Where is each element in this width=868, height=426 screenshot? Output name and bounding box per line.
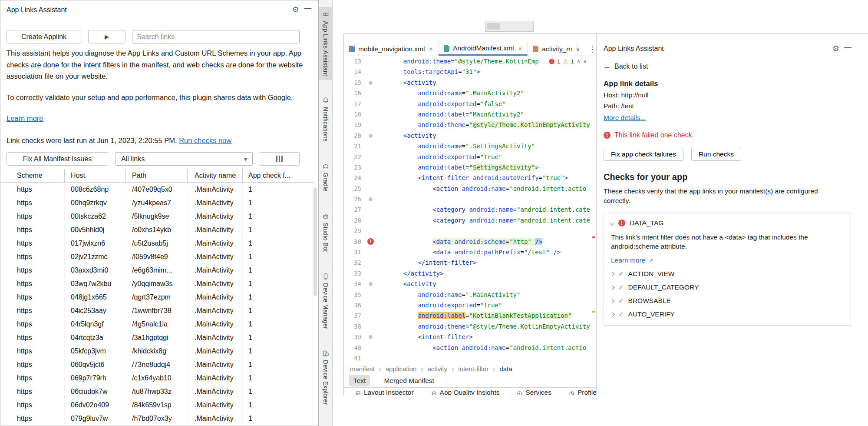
run-checks-now-link[interactable]: Run checks now <box>179 136 231 144</box>
fix-all-manifest-issues-button[interactable]: Fix All Manifest Issues <box>7 152 108 166</box>
column-settings-button[interactable] <box>259 152 300 166</box>
code-line[interactable]: 29 <box>344 226 596 236</box>
code-line[interactable]: 31 <data android:pathPrefix="/test" /> <box>344 247 596 257</box>
code-line[interactable]: 28 <category android:name="android.inten… <box>344 215 596 226</box>
code-line[interactable]: 18 android:label="MainActivity2" <box>344 109 596 120</box>
links-filter-dropdown[interactable]: All links ▾ <box>116 152 253 166</box>
code-line[interactable]: 20 <activity <box>344 130 596 141</box>
search-input[interactable] <box>132 30 300 43</box>
code-line[interactable]: 27 <category android:name="android.inten… <box>344 204 596 215</box>
code-line[interactable]: 35 android:name=".MainActivity" <box>344 290 596 300</box>
code-line[interactable]: 40 <action android:name="android.intent.… <box>344 343 596 353</box>
table-row[interactable]: https04ic253aay/1wwnfbr738.MainActivity1 <box>0 304 314 317</box>
passed-check-row[interactable]: ✓AUTO_VERIFY <box>611 310 844 318</box>
error-stripe[interactable] <box>592 56 596 364</box>
warning-stripe-mark[interactable] <box>592 311 595 313</box>
table-row[interactable]: https04rtcqtz3a/3a1hgptqgi.MainActivity1 <box>0 331 314 344</box>
code-line[interactable]: 22 android:exported="true" <box>344 152 596 162</box>
tool-tab-device-explorer[interactable]: Device Explorer <box>319 346 332 409</box>
table-row[interactable]: https03axxd3mi0/e6g63mim....MainActivity… <box>0 263 314 277</box>
tool-tab-studio-bot[interactable]: Studio Bot <box>319 209 332 256</box>
code-line[interactable]: 24 <intent-filter android:autoVerify="tr… <box>344 173 596 183</box>
code-line[interactable]: 15 <activity <box>344 77 596 88</box>
back-to-list-link[interactable]: ← Back to list <box>604 62 648 71</box>
code-line[interactable]: 19 android:theme="@style/Theme.KotlinEmp… <box>344 120 596 130</box>
table-row[interactable]: https060qv5jct6/73ne8udqj4.MainActivity1 <box>0 358 314 371</box>
breadcrumb-item[interactable]: data <box>499 365 512 373</box>
breadcrumb-item[interactable]: manifest <box>350 365 375 373</box>
code-line[interactable]: 16 android:name=".MainActivity2" <box>344 88 596 98</box>
code-line[interactable]: 41 <box>344 353 596 363</box>
tab-activity-layout-xml[interactable]: activity_m <box>528 42 578 56</box>
tab-mobile-navigation-xml[interactable]: mobile_navigation.xml × <box>344 42 439 56</box>
run-checks-button[interactable]: Run checks <box>691 148 741 161</box>
code-line[interactable]: 33 </activity> <box>344 268 596 279</box>
column-header[interactable]: Activity name <box>188 169 243 182</box>
code-line[interactable]: 23 android:label="SettingsActivity"> <box>344 162 596 173</box>
table-row[interactable]: https008c6z68np/407e09q5x0.MainActivity1 <box>0 183 314 196</box>
breadcrumb-item[interactable]: application <box>386 365 417 373</box>
table-row[interactable]: https00tskcza62/5lknugk9se.MainActivity1 <box>0 210 314 223</box>
table-row[interactable]: https06dv02o409/84k659v1sp.MainActivity1 <box>0 398 314 412</box>
column-header[interactable]: Scheme <box>0 169 65 182</box>
editor-options-kebab-icon[interactable]: ⋮ <box>589 42 596 56</box>
learn-more-link[interactable]: Learn more <box>611 256 645 264</box>
tool-tab-gradle[interactable]: Gradle <box>319 159 332 196</box>
table-row[interactable]: https079g9luv7w/h7bd07ox3y.MainActivity1 <box>0 412 314 425</box>
breadcrumb-item[interactable]: intent-filter <box>458 365 488 373</box>
code-line[interactable]: 32 </intent-filter> <box>344 257 596 268</box>
hidden-tabs-chevron-icon[interactable]: ∨ <box>576 42 580 56</box>
code-line[interactable]: 38 android:theme="@style/Theme.KotlinEmp… <box>344 321 596 332</box>
table-row[interactable]: https069p7r79rh/c1x64yab10.MainActivity1 <box>0 371 314 385</box>
table-row[interactable]: https02jv21zzmc/l059v8t4e9.MainActivity1 <box>0 250 314 263</box>
table-row[interactable]: https00hq9zrkqv/yzu4kpeas7.MainActivity1 <box>0 196 314 210</box>
passed-check-row[interactable]: ✓DEFAULT_CATEGORY <box>611 283 844 291</box>
more-details-link[interactable]: More details... <box>604 114 850 122</box>
table-row[interactable]: https04r5lqn3gf/4g5nalc1la.MainActivity1 <box>0 317 314 331</box>
code-line[interactable]: 25 <action android:name="android.intent.… <box>344 183 596 194</box>
tool-tab-device-manager[interactable]: Device Manager <box>319 269 332 333</box>
passed-check-row[interactable]: ✓ACTION_VIEW <box>611 270 844 278</box>
code-line[interactable]: 34 <activity <box>344 279 596 289</box>
fix-app-check-failures-button[interactable]: Fix app check failures <box>604 148 683 161</box>
minimize-icon[interactable]: — <box>844 43 851 52</box>
inspection-widget[interactable]: 1 ⚠ 1 ∧ ∨ <box>546 57 590 65</box>
gear-icon[interactable]: ⚙ <box>292 5 299 14</box>
tool-tab-notifications[interactable]: Notifications <box>319 93 332 146</box>
tab-merged-manifest[interactable]: Merged Manifest <box>380 375 438 386</box>
tab-text[interactable]: Text <box>349 375 370 386</box>
table-row[interactable]: https06ciudok7w/tu87hwp33z.MainActivity1 <box>0 385 314 398</box>
bottom-tool-layout-inspector[interactable]: Layout Inspector <box>355 388 414 395</box>
bottom-tool-profiler[interactable]: Profiler <box>569 388 596 395</box>
table-row[interactable]: https00v5hhld0j/o0xhs14ykb.MainActivity1 <box>0 223 314 236</box>
code-editor[interactable]: 13 android:theme="@style/Theme.KotlinEmp… <box>344 56 596 364</box>
close-icon[interactable]: × <box>518 45 522 52</box>
minimize-icon[interactable]: — <box>304 4 311 13</box>
bottom-tool-app-quality-insights[interactable]: App Quality Insights <box>431 388 500 395</box>
code-line[interactable]: 21 android:name=".SettingsActivity" <box>344 141 596 151</box>
code-line[interactable]: 17 android:exported="false" <box>344 99 596 109</box>
table-row[interactable]: https05kfcp3jvm/khidckix8g.MainActivity1 <box>0 344 314 358</box>
tab-android-manifest-xml[interactable]: AndroidManifest.xml × <box>439 42 528 56</box>
bottom-tool-services[interactable]: Services <box>517 388 551 395</box>
play-icon[interactable]: ▶ <box>88 30 125 43</box>
close-icon[interactable]: × <box>429 45 433 53</box>
create-applink-button[interactable]: Create Applink <box>7 30 81 43</box>
code-line[interactable]: 30! <data android:scheme="http" /> <box>344 236 596 247</box>
gear-icon[interactable]: ⚙ <box>832 44 839 53</box>
passed-check-row[interactable]: ✓BROWSABLE <box>611 297 844 305</box>
code-line[interactable]: 39 <intent-filter> <box>344 332 596 342</box>
code-line[interactable]: 36 android:exported="true" <box>344 300 596 310</box>
column-header[interactable]: Path <box>125 169 188 182</box>
column-header[interactable]: App check f... <box>243 169 313 182</box>
table-row[interactable]: https03wq7w2kbu/y0qqimaw3s.MainActivity1 <box>0 277 314 290</box>
table-row[interactable]: https017jwlxzn6/u5t2usab5j.MainActivity1 <box>0 236 314 250</box>
code-line[interactable]: 26 <box>344 194 596 204</box>
error-stripe-mark[interactable] <box>592 236 595 238</box>
table-row[interactable]: https048jg1x665/qgrt37ezpm.MainActivity1 <box>0 290 314 304</box>
code-line[interactable]: 37 android:label="KotlinBlankTestApplica… <box>344 310 596 321</box>
table-scrollbar[interactable] <box>314 187 317 296</box>
learn-more-link[interactable]: Learn more <box>7 114 43 123</box>
tool-tab-app-links-assistant[interactable]: App Links Assistant <box>319 7 332 80</box>
breadcrumb-item[interactable]: activity <box>427 365 447 373</box>
